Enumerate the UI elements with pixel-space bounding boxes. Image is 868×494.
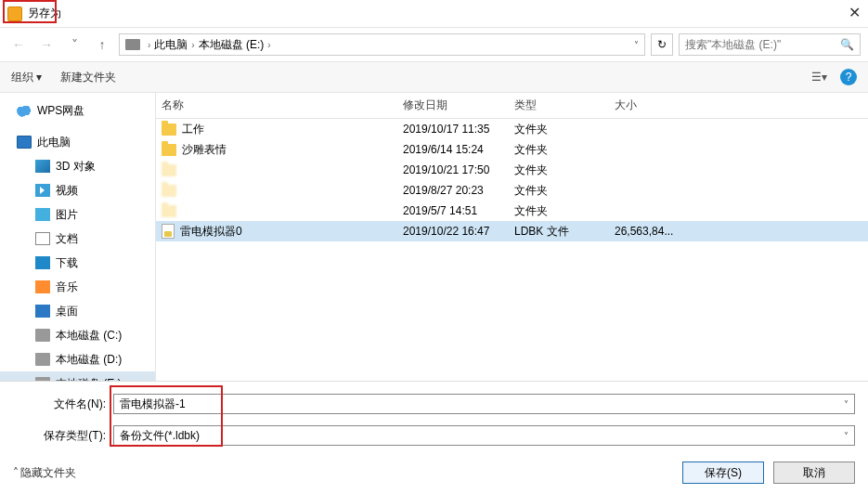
title-bar: 另存为 ✕ [0,0,868,28]
filetype-select[interactable]: 备份文件(*.ldbk) ˅ [113,425,855,446]
sidebar-item-label: 音乐 [56,280,78,295]
sidebar-item-label: 3D 对象 [56,159,96,175]
table-row[interactable]: 2019/10/21 17:50文件夹 [156,160,868,180]
chevron-down-icon[interactable]: ˅ [844,431,849,441]
file-icon [162,224,175,239]
table-row[interactable]: 沙雕表情2019/6/14 15:24文件夹 [156,139,868,160]
filetype-label: 保存类型(T): [13,428,113,444]
breadcrumb-sep: › [148,40,150,50]
search-icon[interactable]: 🔍 [840,38,854,51]
chevron-down-icon: ▾ [822,71,827,84]
history-dropdown[interactable]: ˅ [63,33,85,56]
ic-dl-icon [35,256,50,269]
file-type: LDBK 文件 [509,224,609,240]
sidebar-item[interactable]: 此电脑 [0,130,155,154]
file-date: 2019/10/17 11:35 [397,123,509,136]
ic-drive-icon [35,329,50,342]
ic-3d-icon [35,160,50,173]
sidebar-item-label: 桌面 [56,304,78,319]
save-button[interactable]: 保存(S) [682,462,764,484]
table-row[interactable]: 工作2019/10/17 11:35文件夹 [156,119,868,139]
footer: ˄ 隐藏文件夹 保存(S) 取消 [0,454,868,491]
breadcrumb[interactable]: › 此电脑 › 本地磁盘 (E:) › ˅ [119,33,645,56]
file-name: 沙雕表情 [182,142,227,158]
folder-icon [162,205,176,217]
chevron-down-icon: ▾ [36,71,42,84]
sidebar-item[interactable]: WPS网盘 [0,98,155,123]
sidebar-item-label: 下载 [56,255,78,271]
sidebar-item-label: 本地磁盘 (D:) [56,352,122,368]
file-type: 文件夹 [509,203,609,219]
table-row[interactable]: 2019/8/27 20:23文件夹 [156,180,868,201]
breadcrumb-drive-e[interactable]: 本地磁盘 (E:) [199,37,265,53]
sidebar-item[interactable]: 下载 [0,251,155,275]
sidebar-item[interactable]: 本地磁盘 (E:) [0,371,155,381]
ic-cloud-icon [17,104,32,117]
search-input[interactable] [685,38,840,51]
file-date: 2019/10/21 17:50 [397,163,509,176]
folder-icon [162,164,176,176]
file-type: 文件夹 [509,162,609,178]
forward-button[interactable]: → [35,33,58,56]
refresh-button[interactable]: ↻ [651,33,673,56]
sidebar-item-label: WPS网盘 [37,103,84,119]
hide-folders-button[interactable]: ˄ 隐藏文件夹 [13,465,76,481]
file-type: 文件夹 [509,183,609,199]
column-date[interactable]: 修改日期 [397,98,509,113]
ic-music-icon [35,280,50,293]
sidebar-item[interactable]: 视频 [0,178,155,202]
sidebar-item[interactable]: 文档 [0,227,155,251]
file-date: 2019/8/27 20:23 [397,184,509,197]
sidebar-item[interactable]: 桌面 [0,299,155,323]
new-folder-button[interactable]: 新建文件夹 [60,70,116,85]
sidebar-item[interactable]: 3D 对象 [0,154,155,178]
file-name: 工作 [182,122,204,137]
file-name: 雷电模拟器0 [180,224,242,240]
ic-doc-icon [35,232,50,245]
file-type: 文件夹 [509,142,609,158]
cancel-button[interactable]: 取消 [773,462,855,484]
ic-desk-icon [35,305,50,318]
ic-img-icon [35,208,50,221]
folder-icon [162,144,176,156]
view-mode-button[interactable]: ☰▾ [811,71,827,84]
filetype-value: 备份文件(*.ldbk) [120,428,200,444]
ic-vid-icon [35,184,50,197]
address-bar: ← → ˅ ↑ › 此电脑 › 本地磁盘 (E:) › ˅ ↻ 🔍 [0,28,868,61]
file-date: 2019/10/22 16:47 [397,225,509,238]
sidebar-item[interactable]: 本地磁盘 (D:) [0,347,155,371]
breadcrumb-this-pc[interactable]: 此电脑 [154,37,188,53]
list-body: 工作2019/10/17 11:35文件夹沙雕表情2019/6/14 15:24… [156,119,868,381]
help-button[interactable]: ? [840,69,857,85]
caret-up-icon: ˄ [13,466,19,479]
sidebar-item[interactable]: 本地磁盘 (C:) [0,323,155,347]
toolbar: 组织 ▾ 新建文件夹 ☰▾ ? [0,61,868,93]
close-icon[interactable]: ✕ [849,4,861,21]
table-row[interactable]: 雷电模拟器02019/10/22 16:47LDBK 文件26,563,84..… [156,221,868,241]
file-size: 26,563,84... [609,225,711,238]
filename-input[interactable]: 雷电模拟器-1 ˅ [113,394,855,414]
file-date: 2019/6/14 15:24 [397,143,509,156]
back-button[interactable]: ← [7,33,30,56]
chevron-down-icon[interactable]: ˅ [634,40,639,50]
folder-icon [162,185,176,197]
sidebar-item[interactable]: 音乐 [0,275,155,299]
save-fields: 文件名(N): 雷电模拟器-1 ˅ 保存类型(T): 备份文件(*.ldbk) … [0,381,868,448]
sidebar-item[interactable]: 图片 [0,202,155,227]
up-button[interactable]: ↑ [91,33,113,56]
table-row[interactable]: 2019/5/7 14:51文件夹 [156,201,868,221]
sidebar-item-label: 图片 [56,207,78,223]
chevron-down-icon[interactable]: ˅ [844,399,849,410]
ic-pc-icon [17,136,32,149]
folder-icon [162,124,176,136]
window-title: 另存为 [28,6,61,21]
file-type: 文件夹 [509,122,609,137]
column-size[interactable]: 大小 [609,98,711,113]
sidebar-item-label: 本地磁盘 (C:) [56,328,122,344]
organize-button[interactable]: 组织 ▾ [11,70,42,85]
sidebar-item-label: 此电脑 [37,135,71,150]
column-name[interactable]: 名称 [156,98,397,113]
search-box[interactable]: 🔍 [679,33,861,56]
drive-icon [125,39,140,50]
column-type[interactable]: 类型 [509,98,609,113]
